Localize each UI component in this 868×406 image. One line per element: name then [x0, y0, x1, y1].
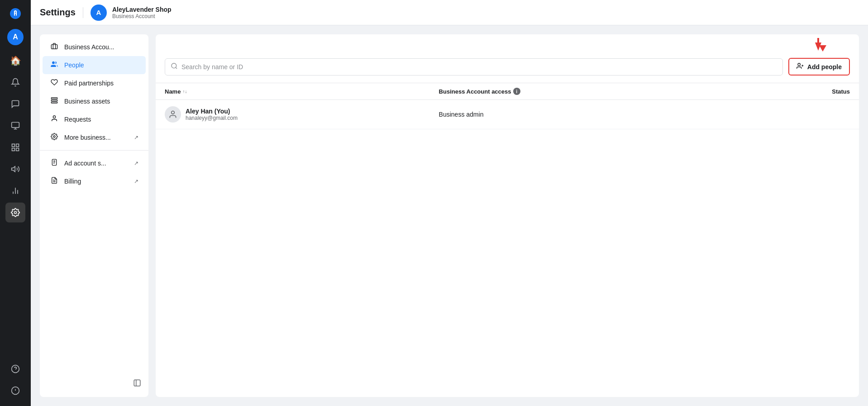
header-divider [83, 7, 83, 18]
nav-home-icon[interactable]: 🏠 [5, 51, 25, 71]
svg-rect-17 [51, 45, 57, 49]
business-account-icon [50, 42, 59, 52]
sidebar-item-requests-label: Requests [64, 116, 138, 123]
external-link-icon-ad: ↗ [134, 160, 138, 166]
svg-rect-20 [51, 100, 57, 101]
svg-rect-30 [134, 380, 140, 386]
sidebar-item-more-business-label: More business... [64, 134, 129, 141]
nav-grid-icon[interactable] [5, 137, 25, 157]
col-header-access: Business Account access i [439, 88, 713, 95]
row-access-col: Business admin [439, 111, 713, 118]
name-header-label: Name [165, 88, 181, 95]
account-avatar: A [91, 5, 107, 21]
menu-divider [40, 150, 148, 151]
sidebar-item-paid-partnerships[interactable]: Paid partnerships [43, 74, 146, 92]
people-icon [50, 61, 59, 70]
search-icon [171, 62, 178, 71]
svg-point-33 [172, 63, 176, 68]
requests-icon [50, 115, 59, 124]
user-avatar [165, 106, 181, 123]
business-assets-icon [50, 97, 59, 106]
main-area: Settings A AleyLavender Shop Business Ac… [31, 0, 868, 406]
page-title: Settings [40, 7, 76, 18]
user-name: Aley Han (You) [186, 108, 238, 115]
nav-chat-icon[interactable] [5, 94, 25, 114]
svg-point-11 [14, 212, 17, 214]
left-nav-sidebar: A 🏠 [0, 0, 31, 406]
svg-rect-4 [16, 144, 19, 147]
user-access-value: Business admin [439, 111, 484, 118]
nav-alert-icon[interactable] [5, 381, 25, 401]
status-header-label: Status [832, 88, 850, 95]
svg-rect-19 [51, 98, 57, 99]
svg-rect-3 [12, 144, 15, 147]
meta-logo[interactable] [7, 5, 24, 22]
add-person-icon [796, 62, 804, 71]
user-info: Aley Han (You) hanaleyy@gmail.com [186, 108, 238, 121]
nav-settings-icon[interactable] [5, 203, 25, 222]
content-toolbar: Add people [156, 51, 859, 83]
sidebar-item-requests[interactable]: Requests [43, 110, 146, 128]
nav-bell-icon[interactable] [5, 72, 25, 92]
external-link-icon-more: ↗ [134, 134, 138, 141]
sidebar-item-people-label: People [64, 61, 138, 69]
access-header-label: Business Account access [439, 88, 511, 95]
table-header: Name ↑↓ Business Account access i Status [156, 83, 859, 100]
add-people-button[interactable]: Add people [788, 58, 850, 76]
svg-line-34 [176, 67, 177, 69]
nav-help-icon[interactable] [5, 359, 25, 379]
sidebar-item-ad-account-label: Ad account s... [64, 160, 129, 167]
top-header: Settings A AleyLavender Shop Business Ac… [31, 0, 868, 25]
sidebar-item-business-account-label: Business Accou... [64, 43, 138, 51]
svg-rect-6 [12, 148, 15, 151]
ad-account-icon [50, 159, 59, 168]
search-box[interactable] [165, 58, 783, 76]
sidebar-item-business-assets[interactable]: Business assets [43, 92, 146, 110]
sort-icon[interactable]: ↑↓ [182, 89, 187, 94]
sidebar-item-billing[interactable]: Billing ↗ [43, 172, 146, 190]
svg-point-38 [172, 111, 175, 114]
col-header-name: Name ↑↓ [165, 88, 439, 95]
sidebar-item-paid-partnerships-label: Paid partnerships [64, 80, 138, 87]
access-info-icon[interactable]: i [513, 88, 520, 95]
account-info[interactable]: A AleyLavender Shop Business Account [91, 5, 172, 21]
search-input[interactable] [181, 63, 777, 71]
svg-rect-0 [12, 123, 19, 128]
sidebar-item-business-account[interactable]: Business Accou... [43, 38, 146, 56]
sidebar-item-people[interactable]: People [43, 56, 146, 74]
arrow-container [156, 34, 859, 51]
svg-rect-5 [16, 148, 19, 151]
page-body: Business Accou... People [31, 25, 868, 406]
sidebar-item-billing-label: Billing [64, 178, 129, 185]
left-settings-panel: Business Accou... People [40, 34, 148, 397]
panel-toggle-icon[interactable] [133, 379, 141, 389]
svg-point-22 [53, 116, 55, 118]
account-details: AleyLavender Shop Business Account [112, 6, 172, 19]
billing-icon [50, 177, 59, 186]
more-business-icon [50, 133, 59, 142]
external-link-icon-billing: ↗ [134, 178, 138, 184]
add-people-label: Add people [807, 63, 842, 71]
nav-chart-icon[interactable] [5, 181, 25, 201]
account-type: Business Account [112, 13, 172, 19]
svg-rect-21 [51, 102, 57, 103]
sidebar-item-ad-account[interactable]: Ad account s... ↗ [43, 154, 146, 172]
svg-point-23 [53, 136, 55, 137]
row-name-col: Aley Han (You) hanaleyy@gmail.com [165, 106, 439, 123]
svg-point-35 [798, 63, 800, 66]
table-row: Aley Han (You) hanaleyy@gmail.com Busine… [156, 100, 859, 129]
right-content-panel: Add people Name ↑↓ Business Account acce… [156, 34, 859, 397]
user-email: hanaleyy@gmail.com [186, 115, 238, 121]
panel-footer [40, 374, 148, 393]
col-header-status: Status [713, 88, 850, 95]
nav-monitor-icon[interactable] [5, 116, 25, 136]
paid-partnerships-icon [50, 79, 59, 88]
svg-point-18 [52, 61, 54, 64]
nav-megaphone-icon[interactable] [5, 159, 25, 179]
svg-marker-7 [12, 166, 15, 172]
sidebar-item-business-assets-label: Business assets [64, 98, 138, 105]
sidebar-item-more-business[interactable]: More business... ↗ [43, 128, 146, 146]
nav-user-avatar[interactable]: A [7, 29, 24, 45]
account-name: AleyLavender Shop [112, 6, 172, 13]
